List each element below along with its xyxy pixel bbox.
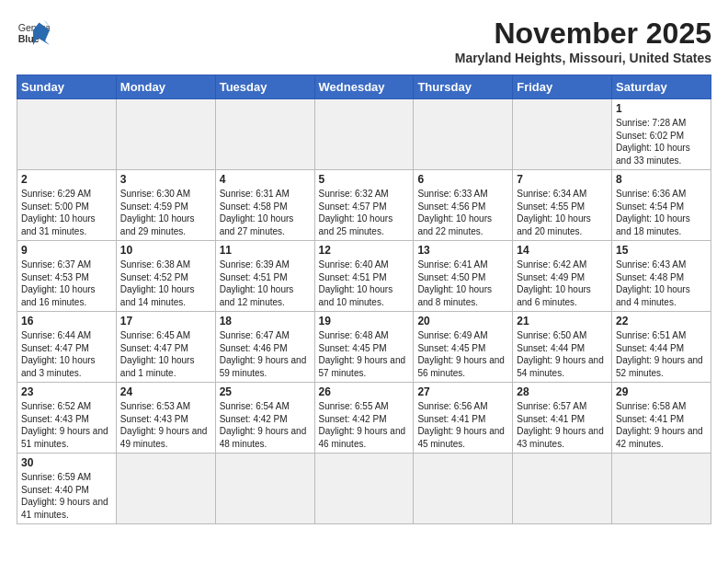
day-info: Sunrise: 6:34 AM Sunset: 4:55 PM Dayligh…: [517, 188, 608, 237]
day-header-saturday: Saturday: [612, 75, 711, 99]
day-info: Sunrise: 6:38 AM Sunset: 4:52 PM Dayligh…: [120, 259, 211, 308]
day-number: 27: [417, 385, 508, 398]
calendar-cell: 19Sunrise: 6:48 AM Sunset: 4:45 PM Dayli…: [314, 312, 414, 383]
day-number: 28: [517, 385, 608, 398]
day-number: 15: [616, 244, 707, 257]
calendar-cell: 8Sunrise: 6:36 AM Sunset: 4:54 PM Daylig…: [612, 170, 711, 241]
calendar-cell: 28Sunrise: 6:57 AM Sunset: 4:41 PM Dayli…: [513, 383, 612, 454]
day-info: Sunrise: 6:30 AM Sunset: 4:59 PM Dayligh…: [120, 188, 211, 237]
day-info: Sunrise: 6:56 AM Sunset: 4:41 PM Dayligh…: [417, 400, 508, 450]
logo: General Blue: [17, 17, 50, 50]
day-number: 5: [319, 173, 410, 186]
day-number: 7: [517, 173, 608, 186]
calendar-cell: [414, 99, 513, 170]
calendar-week-0: 1Sunrise: 7:28 AM Sunset: 6:02 PM Daylig…: [17, 99, 711, 170]
day-info: Sunrise: 6:45 AM Sunset: 4:47 PM Dayligh…: [120, 329, 211, 379]
calendar-cell: [414, 454, 513, 524]
calendar-cell: 7Sunrise: 6:34 AM Sunset: 4:55 PM Daylig…: [513, 170, 612, 241]
page: General Blue November 2025 Maryland Heig…: [0, 0, 728, 534]
calendar-cell: [314, 99, 414, 170]
day-number: 18: [220, 315, 311, 327]
day-info: Sunrise: 6:49 AM Sunset: 4:45 PM Dayligh…: [417, 329, 508, 379]
day-info: Sunrise: 6:37 AM Sunset: 4:53 PM Dayligh…: [21, 259, 112, 308]
calendar-cell: [513, 99, 612, 170]
calendar-cell: 30Sunrise: 6:59 AM Sunset: 4:40 PM Dayli…: [17, 454, 117, 524]
day-header-monday: Monday: [116, 75, 215, 99]
day-number: 25: [220, 385, 311, 398]
day-info: Sunrise: 6:36 AM Sunset: 4:54 PM Dayligh…: [616, 188, 707, 237]
calendar-week-4: 23Sunrise: 6:52 AM Sunset: 4:43 PM Dayli…: [17, 383, 711, 454]
day-number: 29: [616, 385, 707, 398]
day-info: Sunrise: 6:50 AM Sunset: 4:44 PM Dayligh…: [517, 329, 608, 379]
calendar-cell: 11Sunrise: 6:39 AM Sunset: 4:51 PM Dayli…: [215, 241, 314, 312]
calendar-cell: 17Sunrise: 6:45 AM Sunset: 4:47 PM Dayli…: [116, 312, 215, 383]
calendar-cell: 21Sunrise: 6:50 AM Sunset: 4:44 PM Dayli…: [513, 312, 612, 383]
day-number: 2: [21, 173, 112, 186]
day-info: Sunrise: 6:57 AM Sunset: 4:41 PM Dayligh…: [517, 400, 608, 450]
day-info: Sunrise: 6:54 AM Sunset: 4:42 PM Dayligh…: [220, 400, 311, 450]
calendar-cell: 16Sunrise: 6:44 AM Sunset: 4:47 PM Dayli…: [17, 312, 117, 383]
day-info: Sunrise: 6:53 AM Sunset: 4:43 PM Dayligh…: [120, 400, 211, 450]
calendar-cell: 27Sunrise: 6:56 AM Sunset: 4:41 PM Dayli…: [414, 383, 513, 454]
calendar-cell: [612, 454, 711, 524]
day-number: 8: [616, 173, 707, 186]
header: General Blue November 2025 Maryland Heig…: [17, 17, 711, 65]
calendar-week-3: 16Sunrise: 6:44 AM Sunset: 4:47 PM Dayli…: [17, 312, 711, 383]
day-header-wednesday: Wednesday: [314, 75, 414, 99]
day-number: 24: [120, 385, 211, 398]
calendar-cell: 13Sunrise: 6:41 AM Sunset: 4:50 PM Dayli…: [414, 241, 513, 312]
title-block: November 2025 Maryland Heights, Missouri…: [455, 17, 711, 65]
calendar-table: SundayMondayTuesdayWednesdayThursdayFrid…: [17, 75, 711, 524]
calendar-cell: 10Sunrise: 6:38 AM Sunset: 4:52 PM Dayli…: [116, 241, 215, 312]
calendar-cell: [215, 454, 314, 524]
day-number: 17: [120, 315, 211, 327]
day-number: 26: [319, 385, 410, 398]
calendar-cell: 18Sunrise: 6:47 AM Sunset: 4:46 PM Dayli…: [215, 312, 314, 383]
calendar-cell: [513, 454, 612, 524]
day-number: 20: [417, 315, 508, 327]
day-number: 9: [21, 244, 112, 257]
day-info: Sunrise: 6:55 AM Sunset: 4:42 PM Dayligh…: [319, 400, 410, 450]
day-info: Sunrise: 6:59 AM Sunset: 4:40 PM Dayligh…: [21, 471, 112, 521]
day-info: Sunrise: 7:28 AM Sunset: 6:02 PM Dayligh…: [616, 117, 707, 167]
calendar-cell: 24Sunrise: 6:53 AM Sunset: 4:43 PM Dayli…: [116, 383, 215, 454]
day-number: 4: [220, 173, 311, 186]
calendar-cell: 20Sunrise: 6:49 AM Sunset: 4:45 PM Dayli…: [414, 312, 513, 383]
calendar-cell: 25Sunrise: 6:54 AM Sunset: 4:42 PM Dayli…: [215, 383, 314, 454]
day-number: 12: [319, 244, 410, 257]
day-number: 14: [517, 244, 608, 257]
calendar-cell: 2Sunrise: 6:29 AM Sunset: 5:00 PM Daylig…: [17, 170, 117, 241]
calendar-cell: [314, 454, 414, 524]
calendar-cell: 14Sunrise: 6:42 AM Sunset: 4:49 PM Dayli…: [513, 241, 612, 312]
calendar-cell: 26Sunrise: 6:55 AM Sunset: 4:42 PM Dayli…: [314, 383, 414, 454]
day-number: 23: [21, 385, 112, 398]
day-info: Sunrise: 6:41 AM Sunset: 4:50 PM Dayligh…: [417, 259, 508, 308]
calendar-cell: 15Sunrise: 6:43 AM Sunset: 4:48 PM Dayli…: [612, 241, 711, 312]
day-number: 30: [21, 456, 112, 469]
day-header-sunday: Sunday: [17, 75, 117, 99]
day-info: Sunrise: 6:31 AM Sunset: 4:58 PM Dayligh…: [220, 188, 311, 237]
day-number: 21: [517, 315, 608, 327]
day-number: 6: [417, 173, 508, 186]
calendar-cell: 12Sunrise: 6:40 AM Sunset: 4:51 PM Dayli…: [314, 241, 414, 312]
calendar-cell: [116, 99, 215, 170]
day-info: Sunrise: 6:40 AM Sunset: 4:51 PM Dayligh…: [319, 259, 410, 308]
calendar-cell: 4Sunrise: 6:31 AM Sunset: 4:58 PM Daylig…: [215, 170, 314, 241]
day-header-friday: Friday: [513, 75, 612, 99]
day-info: Sunrise: 6:48 AM Sunset: 4:45 PM Dayligh…: [319, 329, 410, 379]
calendar-cell: [215, 99, 314, 170]
day-info: Sunrise: 6:51 AM Sunset: 4:44 PM Dayligh…: [616, 329, 707, 379]
day-info: Sunrise: 6:47 AM Sunset: 4:46 PM Dayligh…: [220, 329, 311, 379]
calendar-cell: 23Sunrise: 6:52 AM Sunset: 4:43 PM Dayli…: [17, 383, 117, 454]
day-number: 16: [21, 315, 112, 327]
day-number: 13: [417, 244, 508, 257]
day-info: Sunrise: 6:52 AM Sunset: 4:43 PM Dayligh…: [21, 400, 112, 450]
day-info: Sunrise: 6:29 AM Sunset: 5:00 PM Dayligh…: [21, 188, 112, 237]
day-info: Sunrise: 6:58 AM Sunset: 4:41 PM Dayligh…: [616, 400, 707, 450]
calendar-week-2: 9Sunrise: 6:37 AM Sunset: 4:53 PM Daylig…: [17, 241, 711, 312]
day-info: Sunrise: 6:43 AM Sunset: 4:48 PM Dayligh…: [616, 259, 707, 308]
calendar-cell: 9Sunrise: 6:37 AM Sunset: 4:53 PM Daylig…: [17, 241, 117, 312]
calendar-cell: 3Sunrise: 6:30 AM Sunset: 4:59 PM Daylig…: [116, 170, 215, 241]
generalblue-logo-icon: General Blue: [17, 17, 50, 50]
calendar-cell: 29Sunrise: 6:58 AM Sunset: 4:41 PM Dayli…: [612, 383, 711, 454]
